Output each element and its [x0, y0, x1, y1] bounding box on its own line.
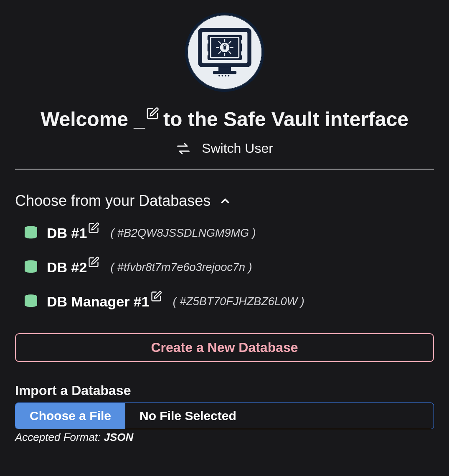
chevron-up-icon	[219, 195, 231, 207]
svg-point-24	[199, 46, 202, 49]
choose-file-button[interactable]: Choose a File	[15, 403, 125, 429]
welcome-text-pre: Welcome _	[41, 108, 145, 131]
database-icon	[23, 293, 39, 310]
svg-rect-5	[206, 51, 208, 55]
accepted-format-text: Accepted Format: JSON	[15, 431, 434, 444]
databases-section-title: Choose from your Databases	[15, 192, 211, 210]
database-id: ( #Z5BT70FJHZBZ6L0W )	[173, 295, 304, 308]
file-input-row: Choose a File No File Selected	[15, 403, 434, 429]
database-icon	[23, 225, 39, 241]
edit-database-icon[interactable]	[88, 222, 99, 234]
database-name: DB Manager #1	[47, 294, 162, 310]
svg-rect-4	[206, 40, 208, 43]
edit-database-icon[interactable]	[150, 291, 162, 302]
file-status-text: No File Selected	[125, 403, 434, 429]
import-section-label: Import a Database	[15, 383, 434, 398]
database-icon	[23, 259, 39, 276]
database-row[interactable]: DB #2( #tfvbr8t7m7e6o3rejooc7n )	[23, 259, 434, 276]
edit-database-icon[interactable]	[88, 256, 99, 268]
database-row[interactable]: DB Manager #1( #Z5BT70FJHZBZ6L0W )	[23, 293, 434, 310]
svg-rect-17	[223, 46, 226, 49]
svg-point-20	[218, 75, 220, 76]
welcome-text-post: to the Safe Vault interface	[163, 108, 408, 131]
svg-rect-18	[218, 67, 231, 71]
switch-user-button[interactable]: Switch User	[176, 141, 273, 156]
create-database-button[interactable]: Create a New Database	[15, 333, 434, 362]
database-name: DB #1	[47, 225, 99, 241]
welcome-heading: Welcome _ to the Safe Vault interface	[41, 108, 408, 131]
svg-rect-19	[213, 71, 236, 74]
svg-point-21	[221, 75, 223, 76]
database-row[interactable]: DB #1( #B2QW8JSSDLNGM9MG )	[23, 225, 434, 241]
app-logo	[185, 13, 264, 92]
svg-point-23	[228, 75, 229, 76]
database-id: ( #tfvbr8t7m7e6o3rejooc7n )	[110, 261, 252, 274]
database-id: ( #B2QW8JSSDLNGM9MG )	[110, 227, 256, 240]
switch-user-label: Switch User	[202, 141, 273, 156]
svg-rect-6	[241, 40, 244, 43]
database-list: DB #1( #B2QW8JSSDLNGM9MG )DB #2( #tfvbr8…	[15, 225, 434, 310]
databases-section-toggle[interactable]: Choose from your Databases	[15, 192, 434, 210]
edit-username-icon[interactable]	[146, 107, 159, 120]
switch-icon	[176, 141, 191, 156]
divider	[15, 169, 434, 170]
database-name: DB #2	[47, 259, 99, 276]
svg-point-22	[225, 75, 226, 76]
svg-point-25	[248, 46, 250, 49]
svg-rect-7	[241, 51, 244, 55]
